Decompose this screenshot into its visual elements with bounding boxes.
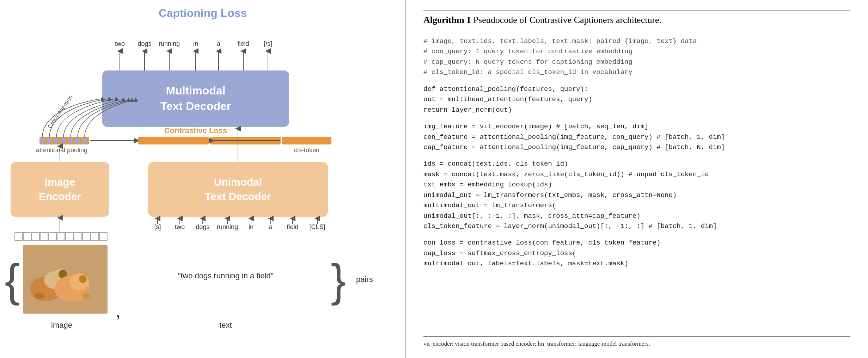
code-line-2: out = multihead_attention(features, quer… [423,94,850,105]
text-label: text [219,321,232,329]
footer-text: vit_encoder: vision transformer based en… [423,340,650,347]
code-line-14: unimodal_out[:, :-1, :], mask, cross_att… [423,211,850,221]
output-token-in: in [193,40,198,47]
img-pixel-8 [74,233,82,240]
code-line-12: unimodal_out = lm_transformers(txt_embs,… [423,190,850,200]
image-encoder-box [11,162,109,217]
comment-2: # con_query: 1 query token for contrasti… [423,47,850,57]
contrastive-loss-label: Contrastive Loss [164,126,227,135]
img-pixel-4 [40,233,48,240]
unimodal-decoder-box [148,162,328,217]
code-line-3: return layer_norm(out) [423,105,850,115]
output-token-a: a [217,40,221,47]
captioning-loss-label: Captioning Loss [159,7,247,19]
svg-point-30 [34,293,45,299]
input-token-two: two [175,223,185,230]
multimodal-decoder-label-2: Text Decoder [160,100,231,112]
code-line-18: cap_loss = softmax_cross_entropy_loss( [423,248,850,259]
unimodal-decoder-label-2: Text Decoder [205,191,271,202]
pooling-dot-5 [68,138,73,143]
multimodal-decoder-box [102,70,289,127]
img-pixel-10 [91,233,99,240]
img-pixel-9 [82,233,90,240]
input-token-s: [s] [154,223,161,230]
cls-token-bar [282,137,331,144]
code-line-1: def attentional_pooling(features, query)… [423,84,850,94]
svg-point-31 [82,293,91,299]
img-pixel-6 [57,233,65,240]
code-line-19: multimodal_out, labels=text.labels, mask… [423,259,850,269]
output-token-field: field [237,40,249,47]
comma: , [116,301,121,321]
img-pixel-1 [15,233,23,240]
code-line-7: cap_feature = attentional_pooling(img_fe… [423,142,850,153]
input-token-field: field [287,223,298,230]
output-token-eos: [/s] [264,40,272,47]
input-token-in: in [249,223,253,230]
caption-text: "two dogs running in a field" [178,271,273,280]
code-line-9: ids = concat(text.ids, cls_token_id) [423,159,850,169]
img-pixel-5 [49,233,56,240]
image-label: image [51,321,72,329]
img-pixel-11 [99,233,107,240]
img-pixel-2 [23,233,31,240]
comment-1: # image, text.ids, text.labels, text.mas… [423,36,850,47]
code-line-10: mask = concat(text.mask, zeros_like(cls_… [423,169,850,180]
code-line-5: img_feature = vit_encoder(image) # [batc… [423,122,850,132]
code-line-6: con_feature = attentional_pooling(img_fe… [423,132,850,142]
input-token-running: running [217,223,238,230]
image-encoder-label-2: Encoder [39,191,81,202]
image-encoder-label-1: Image [45,176,75,188]
comment-3: # cap_query: N query tokens for captioni… [423,57,850,67]
algorithm-title: Algorithm 1 Pseudocode of Contrastive Ca… [423,15,661,25]
input-token-dogs: dogs [196,223,209,230]
code-line-13: multimodal_out = lm_transformers( [423,200,850,211]
attentional-pooling-label: attentional pooling [36,147,87,154]
code-line-15: cls_token_feature = layer_norm(unimodal_… [423,221,850,232]
input-token-cls: [CLS] [309,223,325,230]
algorithm-title-text: Pseudocode of Contrastive Captioners arc… [473,15,662,25]
pooling-dot-6 [75,138,80,143]
output-token-two: two [115,40,125,47]
input-token-a: a [269,223,273,230]
pairs-label: pairs [356,275,373,284]
svg-point-28 [69,273,89,290]
right-brace: } [331,254,346,306]
code-line-17: con_loss = contrastive_loss(con_feature,… [423,238,850,248]
output-token-dogs: dogs [137,40,151,47]
contrastive-bar-left [138,137,209,144]
algorithm-title-bar: Algorithm 1 Pseudocode of Contrastive Ca… [423,11,850,29]
diagram-panel: Captioning Loss two dogs running in a fi… [0,0,405,358]
pooling-dot-4 [61,138,66,143]
pooling-dot-1 [39,138,45,143]
pooling-dot-7 [82,138,87,143]
algorithm-panel: Algorithm 1 Pseudocode of Contrastive Ca… [405,0,868,358]
pooling-dot-3 [54,138,59,143]
comment-4: # cls_token_id: a special cls_token_id i… [423,67,850,78]
code-line-11: txt_embs = embedding_lookup(ids) [423,180,850,190]
cls-token-label: cls-token [294,147,319,154]
pooling-dot-2 [47,138,52,143]
left-brace: { [5,254,20,306]
output-token-running: running [159,40,180,47]
img-pixel-7 [66,233,73,240]
algorithm-body: # image, text.ids, text.labels, text.mas… [423,36,850,333]
unimodal-decoder-label-1: Unimodal [214,176,262,188]
cross-attention-label: Cross-Attention [47,94,74,129]
multimodal-decoder-label-1: Multimodal [166,84,226,97]
svg-point-29 [79,275,87,283]
algorithm-footer: vit_encoder: vision transformer based en… [423,337,850,347]
img-pixel-3 [32,233,39,240]
